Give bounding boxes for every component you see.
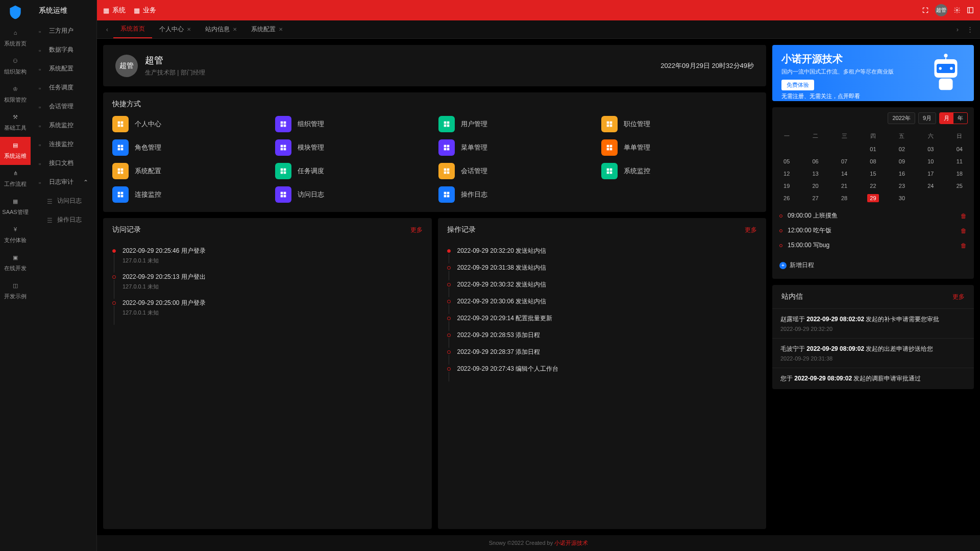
cal-day[interactable]: 04 [945, 143, 974, 155]
access-log-more[interactable]: 更多 [410, 226, 423, 234]
inbox-item[interactable]: 您于 2022-09-29 08:09:02 发起的调薪申请审批通过 [772, 368, 974, 389]
tab-next-icon[interactable]: › [951, 23, 964, 36]
menu-系统监控[interactable]: ▫系统监控 [31, 116, 96, 135]
cal-day[interactable]: 24 [916, 180, 945, 192]
calendar-month-select[interactable]: 9月 [918, 112, 936, 124]
shortcut-模块管理[interactable]: 模块管理 [275, 139, 431, 156]
shortcut-用户管理[interactable]: 用户管理 [438, 116, 594, 132]
shortcut-系统监控[interactable]: 系统监控 [601, 163, 757, 179]
delete-icon[interactable]: 🗑 [961, 242, 967, 249]
user-avatar-badge[interactable]: 超管 [935, 4, 947, 16]
user-avatar: 超管 [115, 55, 138, 77]
shortcut-单单管理[interactable]: 单单管理 [601, 139, 757, 156]
cal-day[interactable]: 28 [830, 192, 859, 204]
submenu-操作日志[interactable]: ☰操作日志 [31, 210, 96, 229]
cal-day[interactable]: 01 [859, 143, 887, 155]
promo-banner[interactable]: 小诺开源技术 国内一流中国式工作流、多租户等尽在商业版 免费体验 无需注册、无需… [772, 45, 974, 101]
shortcut-会话管理[interactable]: 会话管理 [438, 163, 594, 179]
cal-day[interactable]: 08 [859, 155, 887, 167]
cal-day[interactable]: 09 [888, 155, 916, 167]
tab-系统配置[interactable]: 系统配置✕ [244, 20, 290, 38]
fullscreen-icon[interactable] [922, 7, 929, 14]
add-event-button[interactable]: + 新增日程 [772, 257, 974, 274]
cal-day[interactable]: 15 [859, 167, 887, 180]
close-icon[interactable]: ✕ [187, 27, 191, 32]
delete-icon[interactable]: 🗑 [961, 227, 967, 234]
inbox-item[interactable]: 赵露瑶于 2022-09-29 08:02:02 发起的补卡申请需要您审批202… [772, 308, 974, 338]
cal-day[interactable]: 03 [916, 143, 945, 155]
nav-支付体验[interactable]: ¥支付体验 [0, 221, 31, 249]
cal-day[interactable]: 17 [916, 167, 945, 180]
shortcut-系统配置[interactable]: 系统配置 [112, 163, 268, 179]
cal-day[interactable]: 20 [801, 180, 829, 192]
cal-day[interactable]: 27 [801, 192, 829, 204]
settings-icon[interactable] [953, 7, 961, 14]
shortcut-连接监控[interactable]: 连接监控 [112, 186, 268, 203]
cal-day[interactable]: 25 [945, 180, 974, 192]
shortcut-操作日志[interactable]: 操作日志 [438, 186, 594, 203]
cal-day[interactable]: 12 [772, 167, 801, 180]
inbox-item[interactable]: 毛波宁于 2022-09-29 08:09:02 发起的出差申请抄送给您2022… [772, 338, 974, 368]
close-icon[interactable]: ✕ [233, 27, 237, 32]
nav-基础工具[interactable]: ⚒基础工具 [0, 109, 31, 137]
menu-接口文档[interactable]: ▫接口文档 [31, 154, 96, 173]
nav-开发示例[interactable]: ◫开发示例 [0, 277, 31, 305]
calendar-view-month[interactable]: 月 [940, 113, 953, 124]
cal-day[interactable]: 02 [888, 143, 916, 155]
cal-day[interactable]: 22 [859, 180, 887, 192]
calendar-view-year[interactable]: 年 [953, 113, 967, 124]
cal-day[interactable]: 05 [772, 155, 801, 167]
cal-day[interactable]: 07 [830, 155, 859, 167]
banner-cta-button[interactable]: 免费体验 [781, 80, 814, 90]
cal-day[interactable]: 29 [859, 192, 887, 204]
shortcut-组织管理[interactable]: 组织管理 [275, 116, 431, 132]
cal-day[interactable]: 23 [888, 180, 916, 192]
tab-prev-icon[interactable]: ‹ [101, 23, 113, 36]
footer-link[interactable]: 小诺开源技术 [554, 540, 588, 546]
menu-连接监控[interactable]: ▫连接监控 [31, 135, 96, 154]
menu-会话管理[interactable]: ▫会话管理 [31, 97, 96, 116]
nav-系统运维[interactable]: ▤系统运维 [0, 137, 31, 165]
nav-组织架构[interactable]: ⚇组织架构 [0, 53, 31, 81]
tab-个人中心[interactable]: 个人中心✕ [152, 20, 198, 38]
topbar-系统[interactable]: ▦系统 [103, 6, 126, 15]
delete-icon[interactable]: 🗑 [961, 212, 967, 220]
cal-day[interactable]: 21 [830, 180, 859, 192]
cal-day[interactable]: 11 [945, 155, 974, 167]
cal-day[interactable]: 18 [945, 167, 974, 180]
tab-dropdown-icon[interactable]: ⋮ [964, 23, 976, 36]
shortcut-菜单管理[interactable]: 菜单管理 [438, 139, 594, 156]
shortcut-角色管理[interactable]: 角色管理 [112, 139, 268, 156]
nav-在线开发[interactable]: ▣在线开发 [0, 249, 31, 277]
menu-数据字典[interactable]: ▫数据字典 [31, 40, 96, 59]
menu-三方用户[interactable]: ▫三方用户 [31, 21, 96, 40]
cal-day[interactable]: 26 [772, 192, 801, 204]
menu-系统配置[interactable]: ▫系统配置 [31, 59, 96, 78]
cal-day[interactable]: 06 [801, 155, 829, 167]
calendar-year-select[interactable]: 2022年 [888, 112, 915, 124]
cal-day[interactable]: 14 [830, 167, 859, 180]
close-icon[interactable]: ✕ [279, 27, 283, 32]
submenu-访问日志[interactable]: ☰访问日志 [31, 191, 96, 210]
cal-day[interactable]: 10 [916, 155, 945, 167]
op-log-more[interactable]: 更多 [745, 226, 757, 234]
cal-day[interactable]: 16 [888, 167, 916, 180]
shortcut-职位管理[interactable]: 职位管理 [601, 116, 757, 132]
shortcut-个人中心[interactable]: 个人中心 [112, 116, 268, 132]
menu-任务调度[interactable]: ▫任务调度 [31, 78, 96, 97]
nav-工作流程[interactable]: ⋔工作流程 [0, 165, 31, 193]
nav-系统首页[interactable]: ⌂系统首页 [0, 25, 31, 53]
menu-日志审计[interactable]: ▫日志审计⌃ [31, 173, 96, 191]
inbox-more[interactable]: 更多 [952, 293, 965, 301]
tab-站内信息[interactable]: 站内信息✕ [198, 20, 244, 38]
shortcut-访问日志[interactable]: 访问日志 [275, 186, 431, 203]
cal-day[interactable]: 30 [888, 192, 916, 204]
nav-权限管控[interactable]: ♔权限管控 [0, 81, 31, 109]
tab-系统首页[interactable]: 系统首页 [113, 20, 152, 38]
cal-day[interactable]: 13 [801, 167, 829, 180]
cal-day[interactable]: 19 [772, 180, 801, 192]
topbar-业务[interactable]: ▦业务 [134, 6, 156, 15]
shortcut-任务调度[interactable]: 任务调度 [275, 163, 431, 179]
nav-SAAS管理[interactable]: ▦SAAS管理 [0, 193, 31, 221]
layout-icon[interactable] [967, 7, 974, 14]
